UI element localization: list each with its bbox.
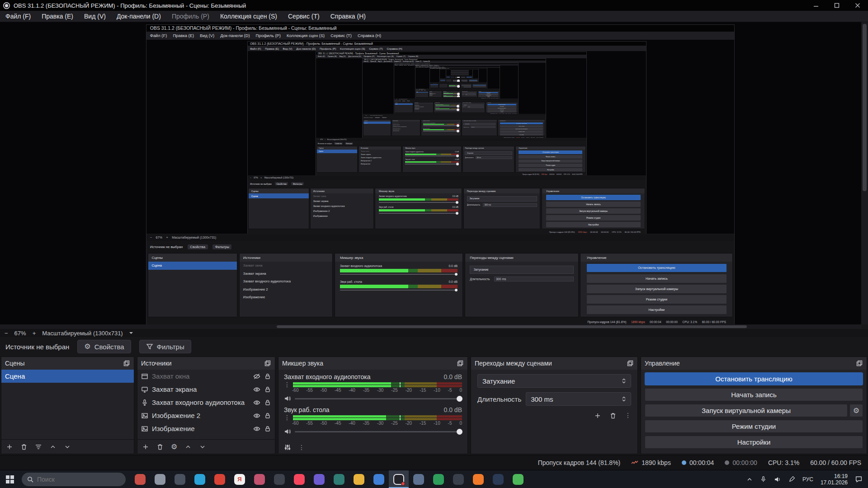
source-visibility-toggle eye-off-icon[interactable] bbox=[253, 373, 260, 380]
move-scene-down-button chevron-down-icon[interactable] bbox=[64, 443, 71, 450]
taskbar-app-notepad-icon[interactable] bbox=[409, 470, 429, 488]
dock-popout-icon[interactable] bbox=[123, 360, 130, 367]
taskbar-app-app-rose-icon[interactable] bbox=[250, 470, 269, 488]
scrollbar-thumb[interactable] bbox=[863, 24, 867, 191]
minimize-button[interactable] bbox=[806, 0, 826, 11]
slider-track[interactable] bbox=[295, 431, 462, 432]
duration-input[interactable]: 300 ms bbox=[526, 392, 631, 406]
search-input[interactable] bbox=[37, 476, 105, 483]
maximize-button[interactable] bbox=[826, 0, 847, 11]
source-visibility-toggle eye-icon[interactable] bbox=[253, 412, 260, 419]
taskbar-app-app-graphite-icon[interactable] bbox=[269, 470, 289, 488]
speaker-icon[interactable] bbox=[284, 428, 291, 435]
scrollbar-thumb[interactable] bbox=[277, 325, 747, 328]
taskbar-app-app-violet-icon[interactable] bbox=[309, 470, 329, 488]
tray-expand-icon chevron-up-icon[interactable] bbox=[746, 476, 753, 483]
mixer-options-button kebab-icon[interactable]: ⋮ bbox=[298, 444, 305, 450]
remove-transition-button trash-icon[interactable] bbox=[609, 412, 617, 419]
virtual-camera-settings-button[interactable]: ⚙ bbox=[849, 404, 863, 417]
close-button[interactable] bbox=[847, 0, 868, 11]
menu-item-edit[interactable]: Правка (E) bbox=[36, 11, 79, 22]
taskbar-clock[interactable]: 16:19 17.01.2026 bbox=[821, 473, 848, 486]
source-item[interactable]: Захват экрана bbox=[137, 383, 275, 396]
spinner-arrows-icon[interactable] bbox=[622, 396, 626, 402]
add-scene-button plus-icon[interactable] bbox=[6, 443, 13, 450]
menu-item-profile[interactable]: Профиль (P) bbox=[166, 11, 215, 22]
chevron-down-icon[interactable] bbox=[129, 332, 133, 336]
source-visibility-toggle eye-icon[interactable] bbox=[253, 386, 260, 393]
taskbar-app-obs-icon[interactable] bbox=[389, 470, 409, 488]
advanced-audio-button sliders-icon[interactable] bbox=[284, 444, 291, 451]
settings-button[interactable]: Настройки bbox=[645, 436, 863, 449]
scene-filters-button filter-icon[interactable] bbox=[35, 443, 42, 450]
source-properties-button gear-icon[interactable]: ⚙ bbox=[171, 443, 177, 450]
taskbar-app-widgets-icon[interactable] bbox=[170, 470, 190, 488]
menu-item-help[interactable]: Справка (H) bbox=[325, 11, 371, 22]
menu-item-tools[interactable]: Сервис (T) bbox=[283, 11, 325, 22]
volume-icon[interactable] bbox=[774, 476, 781, 483]
dock-popout-icon[interactable] bbox=[627, 360, 634, 367]
properties-button[interactable]: ⚙ Свойства bbox=[77, 340, 131, 353]
add-source-button plus-icon[interactable] bbox=[142, 443, 149, 450]
taskbar-app-excel-icon[interactable] bbox=[429, 470, 448, 488]
taskbar-app-explorer-icon[interactable] bbox=[349, 470, 369, 488]
remove-scene-button trash-icon[interactable] bbox=[20, 443, 28, 450]
menu-item-scene-collection[interactable]: Коллекция сцен (S) bbox=[215, 11, 283, 22]
slider-handle[interactable] bbox=[457, 396, 462, 402]
filters-button[interactable]: Фильтры bbox=[139, 340, 191, 353]
taskbar-app-game-icon[interactable] bbox=[130, 470, 150, 488]
source-lock-toggle lock-icon[interactable] bbox=[264, 373, 271, 380]
move-scene-up-button chevron-up-icon[interactable] bbox=[49, 443, 57, 450]
dock-popout-icon[interactable] bbox=[264, 360, 271, 367]
slider-track[interactable] bbox=[295, 398, 462, 399]
add-transition-button plus-icon[interactable] bbox=[594, 412, 601, 419]
transition-select[interactable]: Затухание bbox=[477, 374, 631, 388]
menu-item-docks[interactable]: Док-панели (D) bbox=[111, 11, 166, 22]
source-item[interactable]: Захват окна bbox=[137, 370, 275, 383]
language-indicator[interactable]: РУС bbox=[802, 476, 813, 483]
preview-horizontal-scrollbar[interactable] bbox=[0, 324, 861, 329]
studio-mode-button[interactable]: Режим студии bbox=[645, 420, 863, 433]
preview-canvas[interactable]: OBS 31.1.2 (БЕЗОПАСНЫЙ РЕЖИМ) - Профиль:… bbox=[0, 22, 861, 324]
source-visibility-toggle eye-icon[interactable] bbox=[253, 399, 260, 406]
source-lock-toggle lock-icon[interactable] bbox=[264, 425, 271, 432]
volume-slider[interactable] bbox=[284, 394, 462, 404]
taskbar-app-telegram-icon[interactable] bbox=[190, 470, 210, 488]
taskbar-app-app-azure-icon[interactable] bbox=[369, 470, 389, 488]
virtual-camera-button[interactable]: Запуск виртуальной камеры bbox=[645, 404, 848, 417]
source-item[interactable]: Изображение bbox=[137, 422, 275, 435]
stream-toggle-button[interactable]: Остановить трансляцию bbox=[645, 372, 863, 385]
source-item[interactable]: Захват входного аудиопотока bbox=[137, 396, 275, 409]
zoom-out-button[interactable]: − bbox=[5, 330, 8, 337]
taskbar-app-yandex-icon[interactable]: Я bbox=[230, 470, 250, 488]
pen-icon[interactable] bbox=[788, 476, 795, 483]
record-toggle-button[interactable]: Начать запись bbox=[645, 388, 863, 401]
source-lock-toggle lock-icon[interactable] bbox=[264, 412, 271, 419]
taskbar-app-photoshop-icon[interactable] bbox=[488, 470, 508, 488]
dock-popout-icon[interactable] bbox=[856, 360, 863, 367]
taskbar-app-yandex-music-icon[interactable] bbox=[289, 470, 309, 488]
zoom-in-button[interactable]: + bbox=[33, 330, 36, 337]
source-lock-toggle lock-icon[interactable] bbox=[264, 399, 271, 406]
source-item[interactable]: Изображение 2 bbox=[137, 409, 275, 422]
scene-item[interactable]: Сцена bbox=[1, 370, 134, 383]
dock-popout-icon[interactable] bbox=[457, 360, 464, 367]
taskbar-app-dev-tool-icon[interactable] bbox=[329, 470, 349, 488]
taskbar-app-mail-icon[interactable] bbox=[448, 470, 468, 488]
preview-vertical-scrollbar[interactable] bbox=[861, 22, 868, 324]
channel-options-button kebab-icon[interactable]: ⋮ bbox=[284, 381, 290, 388]
scale-mode-dropdown[interactable]: Масштабируемый (1300x731) bbox=[42, 330, 123, 337]
slider-handle[interactable] bbox=[457, 429, 462, 435]
speaker-icon[interactable] bbox=[284, 395, 291, 402]
taskbar-app-firefox-icon[interactable] bbox=[468, 470, 488, 488]
transition-options-button kebab-icon[interactable]: ⋮ bbox=[625, 412, 631, 419]
taskbar-search[interactable] bbox=[22, 473, 126, 486]
source-visibility-toggle eye-icon[interactable] bbox=[253, 425, 260, 432]
menu-item-view[interactable]: Вид (V) bbox=[79, 11, 111, 22]
taskbar-app-app-green-icon[interactable] bbox=[508, 470, 528, 488]
mic-icon[interactable] bbox=[760, 476, 767, 483]
taskbar-app-browser-icon[interactable] bbox=[150, 470, 170, 488]
source-lock-toggle lock-icon[interactable] bbox=[264, 386, 271, 393]
volume-slider[interactable] bbox=[284, 427, 462, 436]
start-button[interactable] bbox=[0, 470, 20, 488]
